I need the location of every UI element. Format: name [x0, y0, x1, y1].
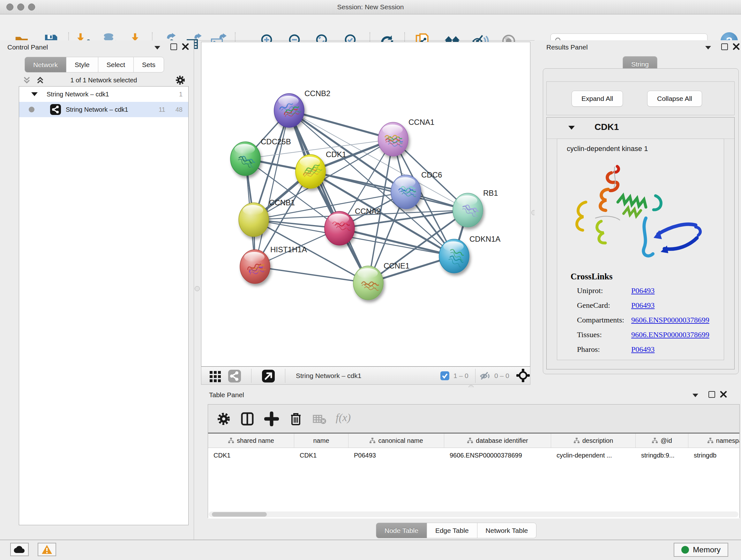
cell-canonical-name[interactable]: P06493: [348, 448, 444, 462]
warning-icon: [42, 545, 52, 554]
tab-node-table[interactable]: Node Table: [376, 523, 427, 538]
collapse-entry-icon[interactable]: [568, 126, 575, 130]
grid-view-icon[interactable]: [208, 369, 222, 383]
hidden-count-badge: 0 – 0: [494, 367, 509, 384]
crosslink-link[interactable]: P06493: [631, 345, 655, 354]
float-panel-icon[interactable]: [709, 391, 715, 398]
function-builder-icon[interactable]: f(x): [336, 412, 351, 424]
cloud-button[interactable]: [10, 543, 29, 556]
toolbar-separator: [475, 369, 475, 383]
network-collection-row[interactable]: String Network – cdk1 1: [19, 86, 188, 102]
edge-count: 48: [176, 102, 183, 117]
node-HIST1H1A[interactable]: HIST1H1A: [240, 245, 307, 284]
node-CCNA1[interactable]: CCNA1: [378, 118, 434, 156]
hidden-eye-slash-icon[interactable]: [480, 370, 492, 382]
crosslink-row: Tissues:9606.ENSP00000378699: [577, 327, 718, 342]
float-panel-icon[interactable]: [721, 44, 728, 50]
status-bar: Memory: [0, 540, 741, 560]
collapse-panel-icon[interactable]: [705, 46, 711, 50]
node-details-tree: CDK1 cyclin-dependent kinase 1: [546, 117, 735, 369]
node-entry-content: cyclin-dependent kinase 1: [557, 138, 724, 360]
string-network-graph[interactable]: CCNB2CCNA1CDC25BCDK1CDC6RB1CCNB1CCNA2CDK…: [201, 42, 530, 366]
results-panel-title: Results Panel: [546, 44, 588, 51]
node-entry-header[interactable]: CDK1: [547, 118, 734, 139]
tree-column-icon: [467, 437, 473, 444]
network-view-toolbar: String Network – cdk1 1 – 0 0 – 0: [201, 367, 530, 385]
edge-CCNB2-HIST1H1A[interactable]: [255, 111, 289, 266]
node-label-CCNB2: CCNB2: [305, 89, 330, 98]
scrollbar-thumb[interactable]: [212, 512, 267, 516]
tab-sets[interactable]: Sets: [133, 57, 164, 72]
column-header-canonical-name[interactable]: canonical name: [348, 434, 444, 448]
tab-style[interactable]: Style: [66, 57, 98, 72]
node-RB1[interactable]: RB1: [453, 189, 498, 227]
network-name: String Network – cdk1: [66, 102, 128, 117]
network-view-title: String Network – cdk1: [296, 367, 361, 384]
network-row-selected[interactable]: String Network – cdk1 11 48: [19, 102, 188, 117]
edge-HIST1H1A-CCNE1[interactable]: [255, 266, 368, 283]
cell-database-identifier[interactable]: 9606.ENSP00000378699: [444, 448, 551, 462]
open-in-new-window-icon[interactable]: [261, 369, 275, 383]
splitter-grip[interactable]: [195, 286, 200, 291]
delete-column-trash-icon[interactable]: [288, 412, 303, 426]
crosslink-label: Uniprot:: [577, 283, 631, 298]
collapse-all-button[interactable]: Collapse All: [647, 91, 702, 107]
cell-@id[interactable]: stringdb:9...: [636, 448, 688, 462]
crosslink-link[interactable]: P06493: [631, 301, 655, 309]
close-panel-icon[interactable]: [720, 391, 727, 398]
network-canvas[interactable]: CCNB2CCNA1CDC25BCDK1CDC6RB1CCNB1CCNA2CDK…: [201, 42, 530, 367]
delete-table-icon[interactable]: [312, 412, 327, 426]
node-CDC6[interactable]: CDC6: [391, 171, 442, 209]
cell-name[interactable]: CDK1: [294, 448, 348, 462]
cell-shared-name[interactable]: CDK1: [208, 448, 294, 462]
tab-edge-table[interactable]: Edge Table: [427, 523, 477, 538]
warning-button[interactable]: [38, 543, 56, 556]
crosslink-row: Pharos:P06493: [577, 342, 718, 357]
column-header-shared-name[interactable]: shared name: [208, 434, 294, 448]
close-panel-icon[interactable]: [733, 43, 740, 50]
table-panel-title: Table Panel: [209, 391, 244, 399]
cell-description[interactable]: cyclin-dependent ...: [551, 448, 636, 462]
create-column-icon[interactable]: [264, 412, 279, 426]
selected-checkbox-icon[interactable]: [440, 371, 450, 381]
node-CCNB1[interactable]: CCNB1: [239, 198, 295, 237]
crosslink-link[interactable]: 9606.ENSP00000378699: [631, 330, 710, 339]
crosslink-link[interactable]: 9606.ENSP00000378699: [631, 316, 710, 324]
tab-network[interactable]: Network: [24, 57, 66, 72]
expand-collection-icon[interactable]: [31, 92, 38, 96]
node-label-HIST1H1A: HIST1H1A: [270, 245, 307, 254]
node-label-CDKN1A: CDKN1A: [469, 235, 500, 243]
node-label-RB1: RB1: [483, 189, 498, 197]
edge-CCNB2-CCNE1[interactable]: [289, 111, 368, 283]
edge-CDK1-RB1[interactable]: [311, 172, 468, 210]
tab-network-table[interactable]: Network Table: [477, 523, 537, 538]
show-columns-icon[interactable]: [240, 412, 255, 426]
column-header-namespace[interactable]: namespace: [688, 434, 739, 448]
main-toolbar: ?: [0, 14, 741, 41]
collapse-panel-icon[interactable]: [154, 46, 160, 50]
memory-button[interactable]: Memory: [674, 543, 728, 557]
column-header-database-identifier[interactable]: database identifier: [444, 434, 551, 448]
node-label-CDK1: CDK1: [326, 150, 346, 159]
float-panel-icon[interactable]: [171, 44, 177, 50]
collapse-panel-icon[interactable]: [692, 394, 698, 397]
node-CDKN1A[interactable]: CDKN1A: [439, 235, 500, 273]
close-panel-icon[interactable]: [182, 43, 189, 50]
cell-namespace[interactable]: stringdb: [688, 448, 739, 462]
crosslink-link[interactable]: P06493: [631, 287, 655, 295]
tab-select[interactable]: Select: [98, 57, 133, 72]
column-header-description[interactable]: description: [551, 434, 636, 448]
gear-icon[interactable]: [175, 75, 185, 86]
table-row[interactable]: CDK1CDK1P064939606.ENSP00000378699cyclin…: [208, 448, 739, 462]
expand-all-button[interactable]: Expand All: [571, 91, 623, 107]
share-view-icon[interactable]: [227, 369, 242, 383]
tree-column-icon: [369, 437, 376, 444]
horizontal-scrollbar[interactable]: [209, 511, 738, 517]
node-label-CCNA2: CCNA2: [355, 207, 381, 215]
column-header-name[interactable]: name: [294, 434, 348, 448]
node-CDK1[interactable]: CDK1: [295, 150, 346, 188]
table-settings-gear-icon[interactable]: [216, 412, 231, 426]
tree-column-icon: [652, 437, 658, 444]
crosshair-icon[interactable]: [516, 368, 530, 382]
column-header-@id[interactable]: @id: [636, 434, 688, 448]
